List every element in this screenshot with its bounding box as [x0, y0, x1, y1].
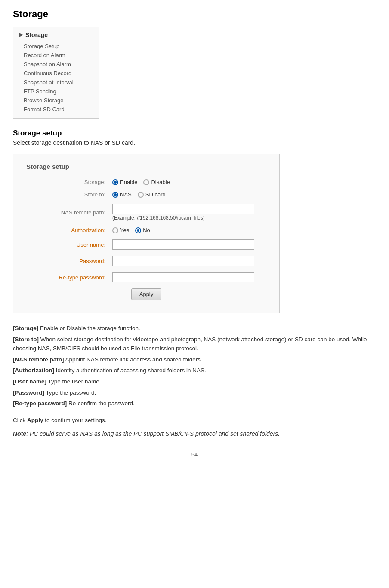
storage-enable-radio-circle	[112, 179, 118, 185]
desc-retype-text: Re-confirm the password.	[67, 400, 135, 407]
retype-password-label: Re-type password:	[26, 274, 112, 281]
sidebar-item-format-sd-card[interactable]: Format SD Card	[19, 105, 93, 114]
form-panel-title: Storage setup	[26, 163, 266, 170]
retype-password-input[interactable]	[112, 272, 254, 282]
apply-button[interactable]: Apply	[131, 288, 162, 300]
desc-store-to: [Store to] When select storage destinati…	[13, 335, 376, 353]
click-apply-text: Click Apply to confirm your settings.	[13, 417, 376, 423]
expand-icon	[19, 33, 23, 37]
password-label: Password:	[26, 258, 112, 264]
store-nas-radio-circle	[112, 192, 118, 198]
page-number: 54	[13, 451, 376, 458]
sidebar-item-snapshot-on-alarm[interactable]: Snapshot on Alarm	[19, 60, 93, 69]
desc-password-key: [Password]	[13, 389, 44, 396]
sidebar-item-ftp-sending[interactable]: FTP Sending	[19, 87, 93, 96]
desc-nas-path-text: Appoint NAS remote link address and shar…	[64, 356, 202, 363]
username-input[interactable]	[112, 239, 254, 250]
storage-row: Storage: Enable Disable	[26, 179, 266, 185]
description-section: [Storage] Enable or Disable the storage …	[13, 324, 376, 408]
sidebar-header: Storage	[19, 31, 93, 38]
authorization-radio-group: Yes No	[112, 227, 150, 233]
desc-store-to-text: When select storage destination for vide…	[13, 336, 367, 352]
store-nas-label: NAS	[120, 191, 132, 198]
auth-no-radio-circle	[135, 227, 141, 233]
note-label: Note	[13, 430, 26, 437]
password-input[interactable]	[112, 256, 254, 266]
desc-storage: [Storage] Enable or Disable the storage …	[13, 324, 376, 333]
nas-path-hint: (Example: //192.168.168.50/ipcam_files)	[112, 215, 254, 221]
storage-disable-label: Disable	[151, 179, 170, 185]
storage-enable-radio[interactable]: Enable	[112, 179, 137, 185]
store-to-label: Store to:	[26, 191, 112, 198]
desc-username-text: Type the user name.	[46, 378, 101, 385]
page-title: Storage	[13, 9, 376, 20]
click-apply-bold: Apply	[27, 417, 43, 423]
authorization-row: Authorization: Yes No	[26, 227, 266, 233]
desc-authorization: [Authorization] Identity authentication …	[13, 366, 376, 375]
desc-username-key: [User name]	[13, 378, 46, 385]
sidebar-nav: Storage Setup Record on Alarm Snapshot o…	[19, 42, 93, 114]
store-sd-radio-circle	[138, 192, 144, 198]
retype-password-row: Re-type password:	[26, 272, 266, 282]
store-sd-label: SD card	[145, 191, 166, 198]
auth-yes-radio[interactable]: Yes	[112, 227, 129, 233]
desc-retype-key: [Re-type password]	[13, 400, 67, 407]
section-desc: Select storage destination to NAS or SD …	[13, 139, 376, 146]
auth-no-radio[interactable]: No	[135, 227, 150, 233]
nas-path-row: NAS remote path: (Example: //192.168.168…	[26, 204, 266, 221]
authorization-label: Authorization:	[26, 227, 112, 233]
auth-yes-radio-circle	[112, 227, 118, 233]
desc-nas-path-key: [NAS remote path]	[13, 356, 64, 363]
sidebar-item-record-on-alarm[interactable]: Record on Alarm	[19, 51, 93, 60]
auth-no-label: No	[143, 227, 150, 233]
desc-nas-path: [NAS remote path] Appoint NAS remote lin…	[13, 355, 376, 364]
nas-path-label: NAS remote path:	[26, 209, 112, 216]
note-text: : PC could serve as NAS as long as the P…	[26, 430, 280, 437]
desc-password: [Password] Type the password.	[13, 388, 376, 398]
click-apply-suffix: to confirm your settings.	[43, 417, 107, 423]
sidebar-item-continuous-record[interactable]: Continuous Record	[19, 69, 93, 78]
desc-password-text: Type the password.	[44, 389, 96, 396]
desc-retype: [Re-type password] Re-confirm the passwo…	[13, 399, 376, 408]
sidebar-item-storage-setup[interactable]: Storage Setup	[19, 42, 93, 51]
desc-storage-text: Enable or Disable the storage function.	[38, 325, 140, 331]
auth-yes-label: Yes	[120, 227, 129, 233]
apply-row: Apply	[26, 288, 266, 300]
note-section: Note: PC could serve as NAS as long as t…	[13, 429, 376, 438]
nas-path-group: (Example: //192.168.168.50/ipcam_files)	[112, 204, 254, 221]
sidebar-panel: Storage Storage Setup Record on Alarm Sn…	[13, 27, 99, 119]
nas-path-input[interactable]	[112, 204, 254, 214]
desc-storage-key: [Storage]	[13, 325, 38, 331]
username-row: User name:	[26, 239, 266, 250]
store-nas-radio[interactable]: NAS	[112, 191, 132, 198]
store-sd-radio[interactable]: SD card	[138, 191, 166, 198]
click-apply-prefix: Click	[13, 417, 27, 423]
desc-authorization-text: Identity authentication of accessing sha…	[54, 367, 206, 374]
storage-radio-group: Enable Disable	[112, 179, 170, 185]
password-row: Password:	[26, 256, 266, 266]
storage-enable-label: Enable	[120, 179, 137, 185]
sidebar-header-label: Storage	[25, 31, 48, 38]
section-title: Storage setup	[13, 129, 376, 138]
storage-label: Storage:	[26, 179, 112, 185]
storage-disable-radio[interactable]: Disable	[143, 179, 170, 185]
sidebar-item-browse-storage[interactable]: Browse Storage	[19, 96, 93, 105]
desc-authorization-key: [Authorization]	[13, 367, 54, 374]
sidebar-item-snapshot-at-interval[interactable]: Snapshot at Interval	[19, 78, 93, 87]
desc-username: [User name] Type the user name.	[13, 377, 376, 386]
store-to-radio-group: NAS SD card	[112, 191, 166, 198]
storage-disable-radio-circle	[143, 179, 149, 185]
store-to-row: Store to: NAS SD card	[26, 191, 266, 198]
storage-setup-form: Storage setup Storage: Enable Disable St…	[13, 154, 280, 313]
username-label: User name:	[26, 242, 112, 248]
desc-store-to-key: [Store to]	[13, 336, 39, 343]
